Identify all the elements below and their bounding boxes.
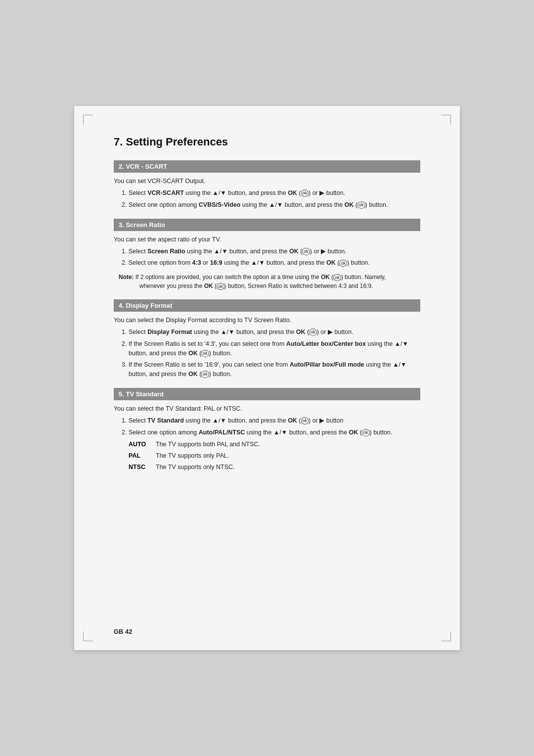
list-item: If the Screen Ratio is set to '4:3', you… — [129, 339, 420, 358]
ok-icon: ok — [217, 283, 224, 290]
screen-ratio-note: Note: If 2 options are provided, you can… — [119, 273, 420, 290]
list-item: Select one option from 4:3 or 16:9 using… — [129, 258, 420, 268]
section-screen-ratio: 3. Screen Ratio You can set the aspect r… — [114, 219, 420, 291]
term-row-pal: PAL The TV supports only PAL. — [129, 451, 420, 461]
section-header-display-format: 4. Display Format — [114, 299, 420, 312]
term-desc-auto: The TV supports both PAL and NTSC. — [156, 440, 260, 449]
section-vcr-scart: 2. VCR - SCART You can set VCR-SCART Out… — [114, 160, 420, 210]
display-format-intro: You can select the Display Format accord… — [114, 317, 420, 324]
tv-standard-intro: You can select the TV Standard: PAL or N… — [114, 405, 420, 412]
term-desc-pal: The TV supports only PAL. — [156, 451, 229, 461]
ok-icon: ok — [357, 201, 365, 209]
corner-mark-br — [441, 631, 451, 641]
ok-icon: ok — [309, 329, 317, 336]
section-tv-standard: 5. TV Standard You can select the TV Sta… — [114, 388, 420, 472]
tv-standard-list: Select TV Standard using the ▲/▼ button,… — [129, 416, 420, 437]
list-item: Select one option among CVBS/S-Video usi… — [129, 200, 420, 210]
note-label: Note: — [119, 274, 134, 281]
vcr-scart-list: Select VCR-SCART using the ▲/▼ button, a… — [129, 189, 420, 210]
ok-icon: ok — [201, 371, 209, 378]
corner-mark-tl — [83, 115, 93, 125]
section-header-vcr-scart: 2. VCR - SCART — [114, 160, 420, 173]
page-footer: GB 42 — [114, 628, 133, 635]
ok-icon: ok — [301, 189, 309, 197]
term-row-ntsc: NTSC The TV supports only NTSC. — [129, 463, 420, 472]
ok-icon: ok — [201, 350, 209, 357]
section-header-tv-standard: 5. TV Standard — [114, 388, 420, 400]
section-header-screen-ratio: 3. Screen Ratio — [114, 219, 420, 231]
screen-ratio-list: Select Screen Ratio using the ▲/▼ button… — [129, 247, 420, 268]
corner-mark-bl — [83, 631, 93, 641]
list-item: Select one option among Auto/PAL/NTSC us… — [129, 428, 420, 437]
list-item: Select TV Standard using the ▲/▼ button,… — [129, 416, 420, 425]
section-display-format: 4. Display Format You can select the Dis… — [114, 299, 420, 379]
corner-mark-tr — [441, 115, 451, 125]
list-item: Select VCR-SCART using the ▲/▼ button, a… — [129, 189, 420, 198]
term-label-pal: PAL — [129, 451, 156, 461]
term-label-auto: AUTO — [129, 440, 156, 449]
ok-icon: ok — [339, 260, 347, 267]
page: 7. Setting Preferences 2. VCR - SCART Yo… — [74, 106, 460, 650]
display-format-list: Select Display Format using the ▲/▼ butt… — [129, 328, 420, 379]
tv-standard-terms: AUTO The TV supports both PAL and NTSC. … — [129, 440, 420, 472]
ok-icon: ok — [333, 274, 341, 282]
vcr-scart-intro: You can set VCR-SCART Output. — [114, 178, 420, 185]
list-item: If the Screen Ratio is set to '16:9', yo… — [129, 360, 420, 379]
term-label-ntsc: NTSC — [129, 463, 156, 472]
screen-ratio-intro: You can set the aspect ratio of your TV. — [114, 236, 420, 243]
term-row-auto: AUTO The TV supports both PAL and NTSC. — [129, 440, 420, 449]
ok-icon: ok — [302, 248, 310, 255]
term-desc-ntsc: The TV supports only NTSC. — [156, 463, 235, 472]
page-title: 7. Setting Preferences — [114, 136, 420, 148]
list-item: Select Display Format using the ▲/▼ butt… — [129, 328, 420, 337]
list-item: Select Screen Ratio using the ▲/▼ button… — [129, 247, 420, 256]
ok-icon: ok — [362, 429, 370, 436]
ok-icon: ok — [301, 417, 309, 425]
note-indent: whenever you press the OK (ok) button, S… — [139, 283, 373, 289]
